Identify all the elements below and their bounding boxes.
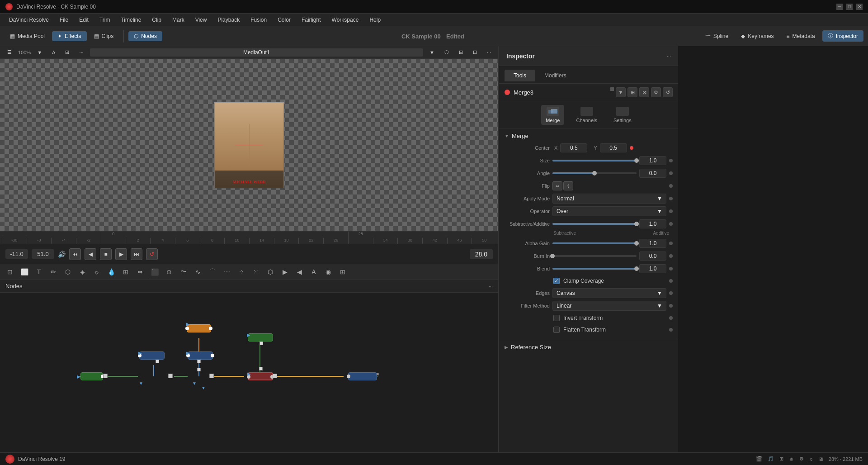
blend-slider[interactable]	[552, 268, 637, 270]
go-to-end-button[interactable]: ⏭	[131, 248, 142, 260]
edges-keyframe-dot[interactable]	[669, 291, 673, 295]
keyframes-button[interactable]: ◆ Keyframes	[736, 31, 779, 41]
play-button[interactable]: ▶	[115, 248, 127, 260]
tool-paint[interactable]: ✏	[47, 266, 60, 278]
reference-size-section[interactable]: ▶ Reference Size	[499, 340, 678, 354]
menu-file[interactable]: File	[55, 15, 73, 24]
tool-3d2[interactable]: ◀	[293, 266, 306, 278]
metadata-button[interactable]: ≡ Metadata	[781, 31, 821, 41]
size-slider[interactable]	[552, 160, 637, 161]
viewer-output-menu[interactable]: ▼	[426, 49, 438, 56]
spline-button[interactable]: 〜 Spline	[700, 30, 734, 42]
nodes-button[interactable]: ⬡ Nodes	[128, 31, 162, 41]
menu-fairlight[interactable]: Fairlight	[297, 15, 326, 24]
tool-scatter[interactable]: ⁙	[250, 266, 262, 278]
viewer-view-button[interactable]: ⊞	[61, 48, 73, 56]
merge-section-header[interactable]: ▼ Merge	[505, 133, 673, 139]
menu-clip[interactable]: Clip	[147, 15, 166, 24]
apply-mode-dropdown[interactable]: Normal ▼	[552, 194, 666, 204]
bottom-icon-film[interactable]: 🎬	[756, 456, 762, 462]
tool-text[interactable]: T	[33, 266, 45, 278]
menu-mark[interactable]: Mark	[168, 15, 189, 24]
subadditive-keyframe-dot[interactable]	[669, 222, 673, 226]
connector-node-3[interactable]	[209, 374, 214, 378]
bottom-icon-audio[interactable]: 🎵	[768, 456, 774, 462]
filter-method-dropdown[interactable]: Linear ▼	[552, 301, 666, 311]
burn-in-keyframe-dot[interactable]	[669, 254, 673, 258]
bottom-icon-merge[interactable]: ⊞	[779, 456, 783, 462]
menu-help[interactable]: Help	[365, 15, 385, 24]
clamp-coverage-checkbox[interactable]: ✓	[553, 278, 560, 284]
burn-in-thumb[interactable]	[550, 254, 555, 258]
menu-fusion[interactable]: Fusion	[246, 15, 271, 24]
menu-timeline[interactable]: Timeline	[116, 15, 146, 24]
flip-vertical-button[interactable]: ⇕	[563, 181, 573, 190]
connector-node-4[interactable]	[273, 374, 277, 378]
viewer-zoom-button[interactable]: ▼	[33, 49, 46, 56]
connector-node-2[interactable]	[168, 374, 173, 378]
node-blue-end[interactable]	[348, 372, 377, 380]
tool-3dshape[interactable]: ◉	[322, 266, 335, 278]
center-keyframe-dot[interactable]	[630, 146, 633, 150]
bottom-icon-cursor[interactable]: 🖱	[789, 456, 794, 462]
size-keyframe-dot[interactable]	[669, 159, 673, 162]
audio-icon[interactable]: 🔊	[58, 251, 66, 258]
alpha-gain-slider[interactable]	[552, 242, 637, 244]
stop-button[interactable]: ■	[100, 248, 112, 260]
viewer-more-button[interactable]: ···	[75, 49, 87, 56]
tool-path[interactable]: ∿	[192, 266, 204, 278]
subadditive-thumb[interactable]	[634, 222, 639, 226]
menu-davinci[interactable]: DaVinci Resolve	[5, 15, 53, 24]
subadditive-value[interactable]: 1.0	[639, 219, 666, 228]
tool-tracker[interactable]: ◈	[76, 266, 89, 278]
node-green-start[interactable]	[80, 372, 103, 380]
tool-text3d[interactable]: A	[307, 266, 320, 278]
blend-keyframe-dot[interactable]	[669, 267, 673, 270]
viewer-grid-button[interactable]: ⊞	[455, 48, 467, 56]
menu-playback[interactable]: Playback	[213, 15, 244, 24]
tab-modifiers[interactable]: Modifiers	[535, 70, 576, 81]
menu-color[interactable]: Color	[273, 15, 295, 24]
tool-brightness[interactable]: ☼	[90, 266, 103, 278]
menu-trim[interactable]: Trim	[95, 15, 115, 24]
apply-mode-keyframe-dot[interactable]	[669, 197, 673, 200]
burn-in-slider[interactable]	[552, 255, 637, 257]
node-paste-button[interactable]: ⊠	[639, 87, 649, 97]
go-to-start-button[interactable]: ⏮	[69, 248, 81, 260]
tool-transform[interactable]: ⊞	[119, 266, 132, 278]
alpha-gain-value[interactable]: 1.0	[639, 239, 666, 248]
bottom-icon-music[interactable]: ♫	[809, 456, 813, 462]
viewer-fullscreen-button[interactable]: ⊡	[469, 48, 481, 56]
node-orange-top[interactable]	[187, 324, 211, 332]
blend-thumb[interactable]	[634, 266, 639, 271]
filter-method-keyframe-dot[interactable]	[669, 304, 673, 308]
flatten-transform-checkbox[interactable]	[553, 327, 560, 333]
nodes-canvas[interactable]: ▶ ▶ ▶ ▶	[0, 293, 498, 452]
subadditive-slider[interactable]	[552, 223, 637, 225]
node-settings-button[interactable]: ⚙	[651, 87, 661, 97]
viewer-alpha-button[interactable]: ⬡	[441, 48, 453, 56]
close-button[interactable]: ✕	[856, 4, 863, 10]
clamp-coverage-keyframe-dot[interactable]	[669, 279, 673, 283]
size-value[interactable]: 1.0	[639, 156, 666, 165]
inspector-button[interactable]: ⓘ Inspector	[822, 30, 863, 42]
merge-tab-settings[interactable]: Settings	[609, 105, 636, 125]
maximize-button[interactable]: □	[846, 4, 853, 10]
inspector-options[interactable]: ···	[667, 53, 671, 59]
bottom-icon-monitor[interactable]: 🖥	[818, 456, 823, 462]
tool-paint2[interactable]: ⬡	[264, 266, 277, 278]
angle-slider-thumb[interactable]	[592, 171, 597, 176]
alpha-gain-keyframe-dot[interactable]	[669, 242, 673, 245]
tab-tools[interactable]: Tools	[505, 70, 535, 81]
node-copy-button[interactable]: ⊞	[627, 87, 637, 97]
menu-edit[interactable]: Edit	[75, 15, 93, 24]
minimize-button[interactable]: ─	[836, 4, 843, 10]
tool-flip[interactable]: ⇔	[134, 266, 146, 278]
node-blue-left[interactable]	[139, 351, 165, 360]
node-merge-center[interactable]	[188, 351, 213, 360]
node-expand-button[interactable]: ▼	[616, 87, 626, 97]
tool-particle[interactable]: ⬡	[61, 266, 74, 278]
tool-bspline[interactable]: ⋯	[221, 266, 233, 278]
operator-dropdown[interactable]: Over ▼	[552, 206, 666, 216]
tool-bezier[interactable]: ⌒	[206, 266, 219, 278]
